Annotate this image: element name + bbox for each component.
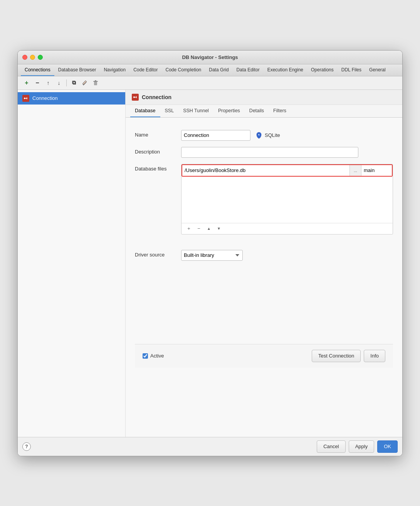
db-files-container: ... + − [181, 164, 393, 234]
form-spacer-2 [135, 241, 393, 250]
active-label: Active [150, 353, 164, 359]
svg-point-7 [133, 96, 135, 98]
ok-button[interactable]: OK [377, 440, 398, 453]
form-spacer-3 [135, 267, 393, 344]
subtab-filters[interactable]: Filters [269, 105, 291, 117]
footer-bar: ? Cancel Apply OK [18, 437, 402, 456]
tab-operations[interactable]: Operations [307, 64, 338, 76]
edit-connection-button[interactable] [80, 79, 90, 87]
tab-code-completion[interactable]: Code Completion [162, 64, 205, 76]
connection-panel-icon [132, 94, 139, 101]
svg-rect-3 [95, 80, 96, 81]
driver-source-row: Driver source Built-in library External … [135, 250, 393, 261]
footer-actions: Cancel Apply OK [317, 440, 398, 453]
name-label: Name [135, 130, 181, 138]
sidebar: Connection [18, 90, 126, 437]
description-input[interactable] [181, 147, 358, 158]
database-form: Name SQLite [126, 118, 402, 437]
connection-subtabs: Database SSL SSH Tunnel Properties Detai… [126, 105, 402, 118]
db-move-down-button[interactable]: ▼ [215, 225, 223, 233]
active-checkbox[interactable] [143, 353, 148, 359]
edit-icon [82, 80, 88, 86]
sidebar-item-connection[interactable]: Connection [18, 92, 125, 105]
move-down-button[interactable]: ↓ [54, 79, 64, 87]
sqlite-icon [255, 132, 263, 139]
tab-connections[interactable]: Connections [21, 64, 54, 76]
connection-bottom-bar: Active Test Connection Info [135, 344, 393, 368]
subtab-details[interactable]: Details [245, 105, 269, 117]
db-files-label: Database files [135, 164, 181, 172]
db-files-row: Database files ... [135, 164, 393, 234]
svg-rect-1 [94, 82, 97, 85]
cancel-button[interactable]: Cancel [317, 440, 345, 453]
svg-rect-6 [27, 97, 27, 99]
active-row: Active [143, 353, 164, 359]
description-row: Description [135, 147, 393, 158]
delete-icon [92, 80, 99, 86]
close-button[interactable] [22, 55, 27, 60]
svg-point-4 [24, 98, 25, 99]
top-tabs: Connections Database Browser Navigation … [18, 64, 402, 76]
content-panel: Connection Database SSL SSH Tunnel Prope… [126, 90, 402, 437]
test-connection-button[interactable]: Test Connection [312, 350, 361, 362]
subtab-ssh-tunnel[interactable]: SSH Tunnel [178, 105, 213, 117]
connection-panel-header: Connection [126, 90, 402, 105]
main-content: Connection Connection Database SSL [18, 90, 402, 437]
svg-rect-9 [136, 96, 136, 98]
bottom-actions: Test Connection Info [312, 350, 385, 362]
info-button[interactable]: Info [364, 350, 385, 362]
window-title: DB Navigator - Settings [182, 54, 238, 60]
copy-connection-button[interactable]: ⧉ [69, 79, 79, 87]
tab-database-browser[interactable]: Database Browser [54, 64, 100, 76]
tab-navigation[interactable]: Navigation [100, 64, 129, 76]
tab-execution-engine[interactable]: Execution Engine [264, 64, 307, 76]
description-label: Description [135, 147, 181, 155]
subtab-database[interactable]: Database [130, 105, 160, 117]
tab-data-grid[interactable]: Data Grid [205, 64, 232, 76]
db-files-empty-area [181, 177, 393, 223]
browse-button[interactable]: ... [349, 165, 361, 176]
help-button[interactable]: ? [22, 442, 31, 451]
sidebar-connection-label: Connection [32, 95, 58, 101]
move-up-button[interactable]: ↑ [43, 79, 53, 87]
driver-source-label: Driver source [135, 250, 181, 258]
add-connection-button[interactable]: + [22, 79, 32, 87]
name-input[interactable] [181, 130, 250, 141]
subtab-properties[interactable]: Properties [213, 105, 245, 117]
tab-general[interactable]: General [365, 64, 390, 76]
maximize-button[interactable] [38, 55, 43, 60]
tab-ddl-files[interactable]: DDL Files [338, 64, 365, 76]
driver-source-select[interactable]: Built-in library External library [181, 250, 243, 261]
db-move-up-button[interactable]: ▲ [205, 225, 213, 233]
svg-rect-2 [93, 81, 98, 82]
sqlite-badge: SQLite [255, 132, 280, 139]
remove-connection-button[interactable]: − [32, 79, 42, 87]
delete-connection-button[interactable] [91, 79, 101, 87]
db-files-toolbar: + − ▲ ▼ [181, 223, 393, 234]
connection-panel-title: Connection [142, 94, 171, 100]
tab-data-editor[interactable]: Data Editor [233, 64, 264, 76]
name-value-row: SQLite [181, 130, 280, 141]
connection-toolbar: + − ↑ ↓ ⧉ [18, 76, 402, 90]
connection-icon [22, 95, 29, 102]
settings-window: DB Navigator - Settings Connections Data… [17, 50, 403, 456]
titlebar: DB Navigator - Settings [18, 51, 402, 64]
db-remove-button[interactable]: − [195, 225, 203, 233]
db-files-area: ... + − [181, 164, 393, 234]
traffic-lights [22, 55, 43, 60]
db-file-row: ... [181, 164, 393, 177]
db-add-button[interactable]: + [185, 225, 193, 233]
toolbar-separator [66, 79, 67, 86]
minimize-button[interactable] [30, 55, 35, 60]
db-file-path-input[interactable] [182, 165, 349, 176]
subtab-ssl[interactable]: SSL [160, 105, 179, 117]
name-row: Name SQLite [135, 130, 393, 141]
apply-button[interactable]: Apply [349, 440, 375, 453]
db-file-alias-input[interactable] [361, 165, 392, 176]
tab-code-editor[interactable]: Code Editor [129, 64, 161, 76]
sqlite-label: SQLite [265, 132, 280, 138]
